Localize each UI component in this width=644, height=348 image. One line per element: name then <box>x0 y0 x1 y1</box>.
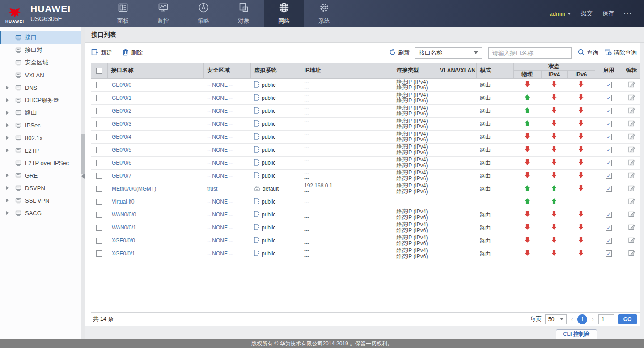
security-zone-link[interactable]: -- NONE -- <box>207 250 233 257</box>
enable-checkbox[interactable] <box>606 212 612 218</box>
sidebar-item-dhcp服务器[interactable]: DHCP服务器 <box>0 94 85 106</box>
cli-console-button[interactable]: CLI 控制台 <box>556 329 597 339</box>
interface-name-link[interactable]: GE0/0/6 <box>112 160 131 166</box>
interface-name-link[interactable]: GE0/0/7 <box>112 173 131 179</box>
user-menu[interactable]: admin <box>550 10 571 17</box>
security-zone-link[interactable]: -- NONE -- <box>207 173 233 179</box>
security-zone-link[interactable]: -- NONE -- <box>207 134 233 140</box>
interface-name-link[interactable]: GE0/0/5 <box>112 147 131 153</box>
delete-button[interactable]: 删除 <box>122 49 143 57</box>
edit-icon[interactable] <box>628 146 635 153</box>
edit-icon[interactable] <box>628 94 635 101</box>
row-checkbox[interactable] <box>96 250 102 257</box>
edit-icon[interactable] <box>628 211 635 217</box>
nav-policy[interactable]: 策略 <box>183 0 224 27</box>
save-button[interactable]: 保存 <box>602 9 614 17</box>
enable-checkbox[interactable] <box>606 173 612 179</box>
sidebar-item-dsvpn[interactable]: DSVPN <box>0 182 85 194</box>
expand-arrow-icon[interactable] <box>6 123 9 127</box>
row-checkbox[interactable] <box>96 225 102 231</box>
interface-name-link[interactable]: GE0/0/0 <box>112 82 131 88</box>
row-checkbox[interactable] <box>96 199 102 205</box>
sidebar-item-安全区域[interactable]: 安全区域 <box>0 56 85 69</box>
row-checkbox[interactable] <box>96 186 102 192</box>
expand-arrow-icon[interactable] <box>6 199 9 202</box>
row-checkbox[interactable] <box>96 134 102 140</box>
enable-checkbox[interactable] <box>606 134 612 140</box>
nav-network[interactable]: 网络 <box>264 0 304 27</box>
enable-checkbox[interactable] <box>606 186 612 192</box>
row-checkbox[interactable] <box>96 238 102 244</box>
go-button[interactable]: GO <box>618 314 637 324</box>
security-zone-link[interactable]: trust <box>207 186 217 192</box>
per-page-select[interactable]: 50 <box>545 314 567 324</box>
security-zone-link[interactable]: -- NONE -- <box>207 212 233 218</box>
interface-name-link[interactable]: GE0/0/1 <box>112 95 131 101</box>
sidebar-item-dns[interactable]: DNS <box>0 81 85 94</box>
security-zone-link[interactable]: -- NONE -- <box>207 121 233 127</box>
edit-icon[interactable] <box>628 198 635 204</box>
sidebar-item-ipsec[interactable]: IPSec <box>0 119 85 132</box>
sidebar-collapse-icon[interactable] <box>81 174 85 179</box>
interface-name-link[interactable]: GE0/0/3 <box>112 121 131 127</box>
interface-name-link[interactable]: XGE0/0/1 <box>112 250 135 257</box>
edit-icon[interactable] <box>628 172 635 178</box>
nav-object[interactable]: 对象 <box>224 0 264 27</box>
security-zone-link[interactable]: -- NONE -- <box>207 147 233 153</box>
commit-button[interactable]: 提交 <box>581 9 593 17</box>
nav-system[interactable]: 系统 <box>304 0 344 27</box>
expand-arrow-icon[interactable] <box>6 211 9 215</box>
edit-icon[interactable] <box>628 81 635 88</box>
enable-checkbox[interactable] <box>606 225 612 231</box>
row-checkbox[interactable] <box>96 212 102 218</box>
security-zone-link[interactable]: -- NONE -- <box>207 238 233 244</box>
security-zone-link[interactable]: -- NONE -- <box>207 95 233 101</box>
sidebar-item-802.1x[interactable]: 802.1x <box>0 132 85 144</box>
sidebar-scrollbar-thumb[interactable] <box>81 134 85 174</box>
edit-icon[interactable] <box>628 224 635 230</box>
nav-monitor[interactable]: 监控 <box>143 0 183 27</box>
select-all-checkbox[interactable] <box>96 68 102 74</box>
prev-page-icon[interactable]: ‹ <box>570 316 574 323</box>
enable-checkbox[interactable] <box>606 82 612 88</box>
row-checkbox[interactable] <box>96 160 102 166</box>
enable-checkbox[interactable] <box>606 121 612 127</box>
security-zone-link[interactable]: -- NONE -- <box>207 82 233 88</box>
filter-field-select[interactable]: 接口名称 <box>415 47 482 59</box>
security-zone-link[interactable]: -- NONE -- <box>207 108 233 114</box>
enable-checkbox[interactable] <box>606 250 612 257</box>
row-checkbox[interactable] <box>96 147 102 153</box>
interface-name-link[interactable]: WAN0/0/0 <box>112 212 136 218</box>
row-checkbox[interactable] <box>96 108 102 114</box>
edit-icon[interactable] <box>628 185 635 191</box>
query-button[interactable]: 查询 <box>578 49 598 57</box>
edit-icon[interactable] <box>628 120 635 127</box>
enable-checkbox[interactable] <box>606 238 612 244</box>
interface-name-link[interactable]: WAN0/0/1 <box>112 225 136 231</box>
sidebar-item-接口[interactable]: 接口 <box>0 31 85 44</box>
interface-name-link[interactable]: GE0/0/4 <box>112 134 131 140</box>
enable-checkbox[interactable] <box>606 160 612 166</box>
nav-dashboard[interactable]: 面板 <box>103 0 143 27</box>
expand-arrow-icon[interactable] <box>6 136 9 140</box>
interface-name-link[interactable]: XGE0/0/0 <box>112 238 135 244</box>
refresh-button[interactable]: 刷新 <box>389 49 410 57</box>
security-zone-link[interactable]: -- NONE -- <box>207 160 233 166</box>
security-zone-link[interactable]: -- NONE -- <box>207 199 233 205</box>
goto-page-input[interactable] <box>598 314 614 324</box>
new-button[interactable]: 新建 <box>91 49 112 57</box>
enable-checkbox[interactable] <box>606 108 612 114</box>
edit-icon[interactable] <box>628 250 635 256</box>
next-page-icon[interactable]: › <box>591 316 595 323</box>
row-checkbox[interactable] <box>96 121 102 127</box>
expand-arrow-icon[interactable] <box>6 111 9 115</box>
interface-name-link[interactable]: GE0/0/2 <box>112 108 131 114</box>
row-checkbox[interactable] <box>96 82 102 88</box>
sidebar-item-路由[interactable]: 路由 <box>0 106 85 119</box>
sidebar-scrollbar[interactable] <box>81 27 85 339</box>
search-input[interactable] <box>488 47 572 59</box>
interface-name-link[interactable]: MEth0/0/0(MGMT) <box>112 186 156 192</box>
expand-arrow-icon[interactable] <box>6 186 9 190</box>
enable-checkbox[interactable] <box>606 147 612 153</box>
sidebar-item-l2tp[interactable]: L2TP <box>0 144 85 157</box>
